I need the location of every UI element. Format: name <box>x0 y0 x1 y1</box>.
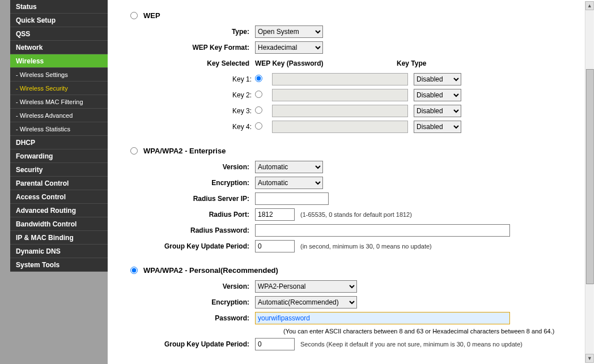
nav-bandwidth-control[interactable]: Bandwidth Control <box>10 217 108 231</box>
wep-key4-radio[interactable] <box>255 122 262 130</box>
personal-section: WPA/WPA2 - Personal(Recommended) Version… <box>130 266 595 350</box>
wep-key3-type-select[interactable]: Disabled <box>414 105 461 117</box>
per-encryption-label: Encryption: <box>159 298 255 306</box>
wep-key1-label: Key 1: <box>159 75 255 83</box>
nav-parental-control[interactable]: Parental Control <box>10 177 108 190</box>
nav-sub-wireless-security[interactable]: - Wireless Security <box>10 82 108 95</box>
wep-key2-radio[interactable] <box>255 91 262 98</box>
per-encryption-select[interactable]: Automatic(Recommended) <box>255 296 357 309</box>
per-gkup-label: Group Key Update Period: <box>159 340 255 348</box>
radius-pw-label: Radius Password: <box>159 226 255 234</box>
radius-port-hint: (1-65535, 0 stands for default port 1812… <box>300 211 412 218</box>
sidebar: StatusQuick SetupQSSNetworkWireless- Wir… <box>0 0 108 364</box>
per-gkup-hint: Seconds (Keep it default if you are not … <box>300 341 522 348</box>
nav-system-tools[interactable]: System Tools <box>10 258 108 272</box>
per-password-label: Password: <box>159 314 255 322</box>
wep-key1-radio[interactable] <box>255 75 262 82</box>
radius-ip-label: Radius Server IP: <box>159 195 255 203</box>
ent-version-label: Version: <box>159 163 255 171</box>
per-gkup-input[interactable] <box>255 338 295 350</box>
wep-type-label: Type: <box>159 28 255 36</box>
wep-key2-type-select[interactable]: Disabled <box>414 89 461 101</box>
nav-ip-mac-binding[interactable]: IP & MAC Binding <box>10 231 108 245</box>
wep-key4-label: Key 4: <box>159 123 255 131</box>
ent-gkup-label: Group Key Update Period: <box>159 242 255 250</box>
main-content: WEP Type: Open System WEP Key Format: He… <box>108 0 595 364</box>
per-version-select[interactable]: WPA2-Personal <box>255 280 357 293</box>
wep-key3-radio[interactable] <box>255 106 262 114</box>
wep-format-select[interactable]: Hexadecimal <box>255 41 323 54</box>
wep-key4-type-select[interactable]: Disabled <box>414 121 461 133</box>
per-password-input[interactable] <box>255 312 510 324</box>
nav-wireless[interactable]: Wireless <box>10 54 108 68</box>
nav-qss[interactable]: QSS <box>10 27 108 41</box>
personal-radio[interactable] <box>130 267 138 274</box>
nav-status[interactable]: Status <box>10 0 108 14</box>
personal-title: WPA/WPA2 - Personal(Recommended) <box>143 266 278 275</box>
ent-encryption-select[interactable]: Automatic <box>255 177 323 189</box>
nav-advanced-routing[interactable]: Advanced Routing <box>10 204 108 217</box>
nav-sub-wireless-mac-filtering[interactable]: - Wireless MAC Filtering <box>10 95 108 109</box>
radius-pw-input[interactable] <box>255 224 510 237</box>
wep-key3-input[interactable] <box>272 105 408 117</box>
per-version-label: Version: <box>159 282 255 290</box>
wep-type-select[interactable]: Open System <box>255 25 323 38</box>
wep-key2-input[interactable] <box>272 89 408 101</box>
nav-sub-wireless-advanced[interactable]: - Wireless Advanced <box>10 109 108 122</box>
nav-sub-wireless-settings[interactable]: - Wireless Settings <box>10 68 108 82</box>
radius-port-input[interactable] <box>255 208 295 221</box>
scroll-up-button[interactable]: ▲ <box>585 1 594 10</box>
wep-section: WEP Type: Open System WEP Key Format: He… <box>130 11 595 133</box>
nav-network[interactable]: Network <box>10 41 108 54</box>
radius-port-label: Radius Port: <box>159 211 255 219</box>
nav-security[interactable]: Security <box>10 163 108 177</box>
wep-key1-input[interactable] <box>272 73 408 85</box>
ent-gkup-input[interactable] <box>255 240 295 252</box>
nav-forwarding[interactable]: Forwarding <box>10 149 108 163</box>
nav-quick-setup[interactable]: Quick Setup <box>10 14 108 27</box>
wep-key3-label: Key 3: <box>159 107 255 115</box>
per-password-hint: (You can enter ASCII characters between … <box>283 328 595 335</box>
scroll-down-button[interactable]: ▼ <box>585 354 594 363</box>
scroll-thumb[interactable] <box>586 69 594 284</box>
ent-encryption-label: Encryption: <box>159 179 255 187</box>
nav-access-control[interactable]: Access Control <box>10 190 108 204</box>
nav-sub-wireless-statistics[interactable]: - Wireless Statistics <box>10 122 108 136</box>
ent-gkup-hint: (in second, minimum is 30, 0 means no up… <box>300 243 432 250</box>
wep-radio[interactable] <box>130 12 138 19</box>
nav-dynamic-dns[interactable]: Dynamic DNS <box>10 245 108 258</box>
radius-ip-input[interactable] <box>255 192 329 205</box>
nav-menu: StatusQuick SetupQSSNetworkWireless- Wir… <box>10 0 108 272</box>
enterprise-title: WPA/WPA2 - Enterprise <box>143 147 226 155</box>
ent-version-select[interactable]: Automatic <box>255 161 323 173</box>
wep-title: WEP <box>143 11 160 20</box>
enterprise-section: WPA/WPA2 - Enterprise Version: Automatic… <box>130 147 595 252</box>
wep-key-header: WEP Key (Password) <box>255 59 323 67</box>
key-type-header: Key Type <box>397 59 426 67</box>
wep-key1-type-select[interactable]: Disabled <box>414 73 461 85</box>
scrollbar[interactable]: ▲ ▼ <box>585 1 594 363</box>
wep-key4-input[interactable] <box>272 121 408 133</box>
key-selected-label: Key Selected <box>159 59 255 67</box>
wep-key2-label: Key 2: <box>159 91 255 99</box>
nav-dhcp[interactable]: DHCP <box>10 136 108 149</box>
enterprise-radio[interactable] <box>130 147 138 155</box>
wep-format-label: WEP Key Format: <box>159 44 255 52</box>
